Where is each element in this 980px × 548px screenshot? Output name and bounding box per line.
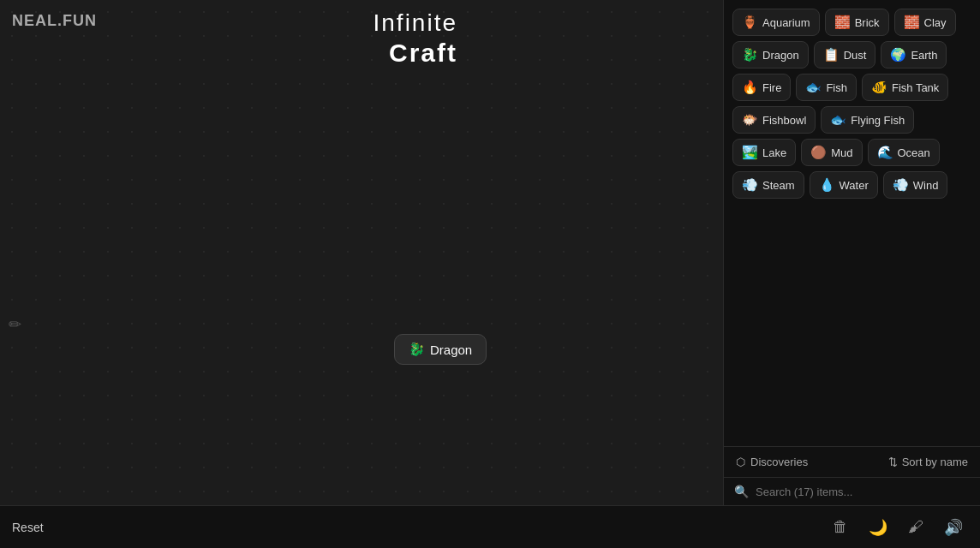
volume-button[interactable]: 🔊	[939, 513, 968, 542]
item-chip-water[interactable]: 💧Water	[810, 171, 878, 199]
logo-text: NEAL.FUN	[12, 12, 97, 29]
item-label-aquarium: Aquarium	[762, 16, 810, 29]
item-label-fish-tank: Fish Tank	[892, 81, 939, 94]
item-emoji-dust: 📋	[823, 47, 840, 63]
item-label-flying-fish: Flying Fish	[851, 114, 905, 127]
item-label-wind: Wind	[913, 179, 939, 192]
item-chip-dust[interactable]: 📋Dust	[814, 41, 876, 68]
item-chip-aquarium[interactable]: 🏺Aquarium	[732, 9, 820, 36]
discoveries-button[interactable]: ⬡ Discoveries	[736, 456, 808, 468]
item-label-fishbowl: Fishbowl	[762, 114, 806, 127]
item-chip-fish-tank[interactable]: 🐠Fish Tank	[862, 74, 948, 101]
item-label-brick: Brick	[855, 16, 880, 29]
item-chip-dragon[interactable]: 🐉Dragon	[732, 41, 809, 68]
canvas-area[interactable]: NEAL.FUN Infinite Craft 🐉 Dragon ✏	[0, 0, 723, 505]
item-emoji-lake: 🏞️	[742, 145, 758, 160]
item-label-mud: Mud	[831, 146, 852, 159]
game-title: Infinite Craft	[373, 9, 458, 68]
bottom-bar: Reset 🗑 🌙 🖌 🔊	[0, 505, 980, 548]
item-emoji-steam: 💨	[742, 177, 758, 193]
dragon-emoji: 🐉	[409, 342, 425, 357]
reset-button[interactable]: Reset	[12, 521, 44, 534]
item-chip-brick[interactable]: 🧱Brick	[825, 9, 889, 36]
pencil-icon: ✏	[9, 315, 21, 334]
item-emoji-brick: 🧱	[834, 15, 851, 30]
item-label-ocean: Ocean	[898, 146, 930, 159]
item-emoji-ocean: 🌊	[877, 145, 893, 160]
discoveries-icon: ⬡	[736, 456, 745, 468]
item-emoji-clay: 🧱	[904, 15, 920, 30]
item-emoji-fire: 🔥	[742, 80, 758, 95]
item-label-steam: Steam	[762, 179, 795, 192]
item-label-dust: Dust	[844, 49, 867, 62]
logo: NEAL.FUN	[12, 12, 97, 30]
moon-icon: 🌙	[869, 518, 887, 537]
discoveries-label: Discoveries	[750, 456, 808, 468]
sidebar-footer: ⬡ Discoveries ⇅ Sort by name	[724, 446, 980, 477]
sort-icon: ⇅	[888, 456, 898, 468]
item-label-fire: Fire	[762, 81, 781, 94]
volume-icon: 🔊	[944, 518, 963, 537]
sort-label: Sort by name	[902, 456, 968, 468]
item-label-earth: Earth	[911, 49, 937, 62]
dragon-element[interactable]: 🐉 Dragon	[394, 334, 487, 365]
item-emoji-flying-fish: 🐟	[830, 112, 846, 128]
item-chip-ocean[interactable]: 🌊Ocean	[868, 139, 940, 166]
item-chip-fishbowl[interactable]: 🐡Fishbowl	[732, 106, 816, 134]
item-label-water: Water	[840, 179, 869, 192]
item-emoji-mud: 🟤	[810, 145, 827, 160]
item-emoji-aquarium: 🏺	[742, 15, 758, 30]
item-emoji-fish: 🐟	[805, 80, 822, 95]
item-chip-clay[interactable]: 🧱Clay	[894, 9, 956, 36]
item-chip-mud[interactable]: 🟤Mud	[801, 139, 862, 166]
sort-button[interactable]: ⇅ Sort by name	[888, 456, 968, 468]
search-icon: 🔍	[734, 485, 749, 498]
brush-icon: 🖌	[908, 518, 923, 536]
item-chip-steam[interactable]: 💨Steam	[732, 171, 804, 199]
item-label-clay: Clay	[924, 16, 947, 29]
item-chip-lake[interactable]: 🏞️Lake	[732, 139, 796, 166]
moon-button[interactable]: 🌙	[863, 513, 893, 542]
item-label-dragon: Dragon	[762, 49, 799, 62]
search-input[interactable]	[756, 485, 970, 498]
item-emoji-earth: 🌍	[890, 47, 906, 63]
items-grid: 🏺Aquarium🧱Brick🧱Clay🐉Dragon📋Dust🌍Earth🔥F…	[724, 0, 980, 446]
item-emoji-water: 💧	[819, 177, 835, 193]
item-chip-wind[interactable]: 💨Wind	[883, 171, 948, 199]
item-chip-fire[interactable]: 🔥Fire	[732, 74, 791, 101]
item-chip-fish[interactable]: 🐟Fish	[796, 74, 857, 101]
item-emoji-fish-tank: 🐠	[871, 80, 887, 95]
game-title-line2: Craft	[373, 38, 458, 68]
item-emoji-wind: 💨	[893, 177, 909, 193]
item-emoji-dragon: 🐉	[742, 47, 758, 63]
search-area: 🔍	[724, 477, 980, 505]
dragon-label: Dragon	[430, 342, 472, 357]
game-title-line1: Infinite	[373, 9, 458, 38]
sidebar: 🏺Aquarium🧱Brick🧱Clay🐉Dragon📋Dust🌍Earth🔥F…	[723, 0, 980, 505]
item-chip-flying-fish[interactable]: 🐟Flying Fish	[821, 106, 914, 134]
trash-button[interactable]: 🗑	[826, 513, 855, 542]
brush-button[interactable]: 🖌	[901, 513, 930, 542]
item-label-fish: Fish	[826, 81, 847, 94]
item-emoji-fishbowl: 🐡	[742, 112, 758, 128]
trash-icon: 🗑	[833, 518, 848, 536]
item-chip-earth[interactable]: 🌍Earth	[881, 41, 947, 68]
item-label-lake: Lake	[762, 146, 786, 159]
